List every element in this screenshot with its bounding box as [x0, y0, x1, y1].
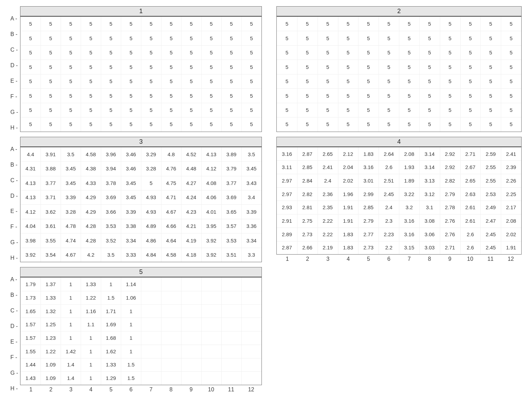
data-cell: 5: [399, 60, 419, 74]
data-cell: 3.11: [277, 160, 297, 174]
data-cell: 5: [399, 74, 419, 88]
data-cell: 4.29: [81, 190, 101, 204]
data-cell: 5: [419, 74, 440, 88]
data-cell: 5: [460, 117, 480, 131]
data-cell: 5: [181, 103, 201, 117]
data-cell: 5: [101, 45, 121, 60]
data-cell: [221, 331, 241, 345]
data-cell: 5: [501, 60, 521, 74]
data-cell: [161, 371, 181, 385]
data-cell: 3.79: [221, 161, 241, 176]
data-cell: 5: [81, 45, 101, 60]
x-tick-label: 1: [277, 256, 298, 262]
data-cell: 2.22: [318, 228, 338, 241]
facet-strip-label: 1: [20, 7, 261, 17]
data-cell: [241, 277, 261, 291]
data-cell: 5: [440, 60, 460, 74]
data-cell: 4.13: [20, 190, 41, 204]
data-cell: 5: [41, 88, 61, 103]
data-cell: 2.65: [318, 147, 338, 161]
x-axis: 123456789101112: [20, 385, 262, 393]
data-cell: [141, 291, 161, 304]
data-cell: 5: [338, 88, 358, 103]
data-cell: [161, 331, 181, 345]
data-cell: 5: [501, 88, 521, 103]
data-cell: 2.85: [358, 201, 379, 214]
data-cell: 1.42: [61, 345, 81, 358]
data-cell: 5: [241, 31, 261, 45]
data-cell: 2.92: [440, 147, 460, 161]
data-cell: 1.91: [338, 214, 358, 228]
data-cell: 5: [460, 88, 480, 103]
data-cell: 4.93: [141, 204, 161, 219]
data-cell: 3.45: [121, 176, 141, 190]
data-cell: 2.45: [480, 241, 501, 255]
data-cell: [221, 277, 241, 291]
data-cell: 2.97: [277, 187, 297, 201]
data-cell: [201, 371, 221, 385]
data-cell: 5: [41, 45, 61, 60]
data-cell: 1.69: [101, 318, 121, 331]
data-cell: 5: [121, 117, 141, 131]
data-cell: 3.06: [419, 228, 440, 241]
data-cell: 5: [480, 88, 501, 103]
data-cell: 5: [338, 45, 358, 60]
data-cell: 2.61: [460, 214, 480, 228]
data-cell: 1.93: [399, 160, 419, 174]
data-cell: 5: [20, 117, 41, 131]
data-cell: 5: [318, 60, 338, 74]
data-cell: 1.83: [338, 241, 358, 255]
data-cell: 5: [297, 45, 318, 60]
data-cell: 3.91: [41, 147, 61, 161]
data-cell: 5: [201, 45, 221, 60]
data-cell: 5: [277, 117, 297, 131]
y-tick-label: A -: [10, 147, 18, 152]
data-cell: [221, 358, 241, 372]
data-cell: 5: [81, 103, 101, 117]
x-tick-label: 5: [358, 256, 379, 262]
data-cell: 2.73: [297, 228, 318, 241]
data-cell: 1: [61, 304, 81, 318]
data-cell: 2.6: [460, 241, 480, 255]
data-cell: 1.16: [81, 304, 101, 318]
data-cell: 5: [221, 45, 241, 60]
data-cell: 1.62: [101, 345, 121, 358]
data-cell: 2.64: [379, 147, 399, 161]
data-cell: 5: [501, 45, 521, 60]
data-cell: 1.65: [20, 304, 41, 318]
data-cell: 3.57: [221, 219, 241, 233]
data-cell: [221, 371, 241, 385]
facet-panel-3: A -B -C -D -E -F -G -H -34.43.913.54.583…: [10, 137, 262, 263]
data-cell: [181, 345, 201, 358]
data-cell: 5: [181, 60, 201, 74]
data-cell: 3.55: [41, 233, 61, 247]
data-cell: [161, 318, 181, 331]
data-cell: 5: [141, 103, 161, 117]
data-cell: 4.84: [141, 248, 161, 262]
data-cell: 5: [61, 60, 81, 74]
data-cell: [181, 277, 201, 291]
data-cell: 2.47: [480, 214, 501, 228]
panel: 1555555555555555555555555555555555555555…: [20, 6, 262, 132]
data-cell: 1: [81, 345, 101, 358]
data-cell: 5: [440, 88, 460, 103]
data-cell: 5: [101, 17, 121, 31]
data-cell: 2.85: [297, 160, 318, 174]
data-cell: 5: [358, 45, 379, 60]
data-cell: 2.17: [501, 201, 521, 214]
data-cell: 2.53: [480, 187, 501, 201]
data-cell: 3.16: [399, 228, 419, 241]
data-cell: 1.22: [41, 345, 61, 358]
data-cell: 2.65: [460, 174, 480, 187]
data-cell: 2.12: [338, 147, 358, 161]
data-cell: 5: [460, 45, 480, 60]
data-cell: 5: [141, 88, 161, 103]
data-cell: 5: [480, 17, 501, 31]
x-tick-label: 4: [338, 256, 358, 262]
data-cell: 1.09: [41, 371, 61, 385]
data-cell: [181, 358, 201, 372]
data-cell: 5: [81, 17, 101, 31]
data-cell: [241, 358, 261, 372]
x-tick-label: 5: [101, 387, 121, 393]
data-cell: 1.1: [81, 318, 101, 331]
